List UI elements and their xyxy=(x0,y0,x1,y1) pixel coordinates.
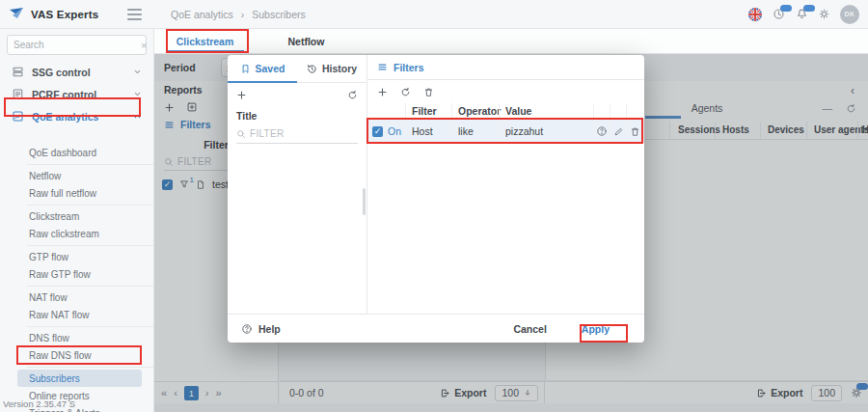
chevron-down-icon xyxy=(133,90,142,98)
filter-value-cell[interactable]: pizzahut xyxy=(499,120,593,143)
filter-field-cell[interactable]: Host xyxy=(405,120,451,143)
list-filters-icon xyxy=(377,62,388,72)
header-actions: DK xyxy=(748,5,868,24)
sidebar-nav: SSG control PCRF control QoE analytics xyxy=(0,61,153,127)
sidebar-item-qoe-dashboard[interactable]: QoE dashboard xyxy=(0,144,153,161)
brand: VAS Experts xyxy=(0,0,154,28)
menu-separator xyxy=(27,245,153,246)
sidebar-search[interactable]: × xyxy=(7,35,147,55)
scrollbar-thumb[interactable] xyxy=(363,188,366,215)
sidebar-item-label: PCRF control xyxy=(32,89,96,100)
help-label: Help xyxy=(258,323,281,335)
sidebar-search-input[interactable] xyxy=(14,40,141,50)
trash-icon[interactable] xyxy=(630,126,640,137)
history-icon xyxy=(307,64,317,74)
saved-toolbar xyxy=(228,83,366,106)
app-root: VAS Experts QoE analytics › Subscribers xyxy=(0,0,868,412)
tab-clickstream[interactable]: Clickstream xyxy=(154,29,256,53)
tab-history[interactable]: History xyxy=(297,55,366,82)
dialog-tabs: Saved History xyxy=(228,55,366,83)
title-column-header: Title xyxy=(228,106,366,124)
sidebar-toggle-icon[interactable] xyxy=(127,6,142,23)
sidebar-item-subscribers[interactable]: Subscribers xyxy=(17,370,142,387)
refresh-icon[interactable] xyxy=(347,90,358,100)
sidebar-item-raw-nat-flow[interactable]: Raw NAT flow xyxy=(0,306,153,323)
sidebar-item-gtp-flow[interactable]: GTP flow xyxy=(0,248,153,265)
sidebar-item-raw-dns-flow[interactable]: Raw DNS flow xyxy=(0,346,153,364)
sidebar-item-raw-gtp-flow[interactable]: Raw GTP flow xyxy=(0,265,153,283)
saved-filters-pane: Saved History Title xyxy=(228,55,367,314)
column-header-operator: Operator xyxy=(451,103,499,119)
sidebar-item-pcrf-control[interactable]: PCRF control xyxy=(0,83,153,105)
breadcrumb-separator-icon: › xyxy=(241,9,245,20)
refresh-icon[interactable] xyxy=(400,87,411,97)
trash-icon[interactable] xyxy=(423,87,434,97)
column-header-value: Value xyxy=(499,103,593,119)
page-tabbar: Clickstream Netflow xyxy=(154,29,868,54)
filter-row[interactable]: ✓ On Host like pizzahut xyxy=(367,120,644,143)
history-notifications[interactable] xyxy=(773,8,785,20)
tab-saved[interactable]: Saved xyxy=(228,55,297,82)
title-search[interactable] xyxy=(236,125,358,144)
sidebar-item-label: QoE analytics xyxy=(32,111,98,123)
breadcrumb-current: Subscribers xyxy=(252,9,305,20)
chevron-down-icon xyxy=(133,68,142,76)
alerts-notifications[interactable] xyxy=(796,8,808,20)
server-icon xyxy=(12,66,24,78)
sidebar-item-ssg-control[interactable]: SSG control xyxy=(0,61,153,83)
sidebar-item-netflow[interactable]: Netflow xyxy=(0,167,153,184)
sidebar: × SSG control PCRF control xyxy=(0,29,154,412)
clear-search-icon[interactable]: × xyxy=(141,40,147,51)
apply-button[interactable]: Apply xyxy=(582,323,610,335)
cancel-button[interactable]: Cancel xyxy=(513,323,546,335)
tab-history-label: History xyxy=(322,63,357,74)
dialog-footer: Help Cancel Apply xyxy=(228,314,644,343)
language-flag-icon[interactable] xyxy=(748,8,762,21)
sidebar-item-raw-full-netflow[interactable]: Raw full netflow xyxy=(0,184,153,202)
tab-saved-label: Saved xyxy=(256,63,285,74)
filter-operator-cell[interactable]: like xyxy=(451,120,499,143)
menu-separator xyxy=(27,205,153,206)
edit-pencil-icon[interactable] xyxy=(613,126,624,137)
settings-gear-icon[interactable] xyxy=(819,9,829,19)
filters-pane-header: Filters xyxy=(367,55,644,80)
menu-separator xyxy=(27,286,153,287)
sidebar-item-label: SSG control xyxy=(32,67,91,78)
filter-enabled-checkbox[interactable]: ✓ xyxy=(372,126,383,137)
vas-experts-logo-icon xyxy=(9,7,25,21)
filter-enabled-label: On xyxy=(388,125,401,137)
breadcrumb: QoE analytics › Subscribers xyxy=(154,9,306,20)
menu-separator xyxy=(27,326,153,327)
help-circle-icon[interactable] xyxy=(596,125,608,137)
filters-toolbar xyxy=(367,80,644,103)
sidebar-item-raw-clickstream[interactable]: Raw clickstream xyxy=(0,225,153,242)
top-header: VAS Experts QoE analytics › Subscribers xyxy=(0,0,868,29)
filters-editor-pane: Filters Filter Operator Value ✓ xyxy=(367,55,644,314)
menu-separator xyxy=(27,367,153,368)
brand-name: VAS Experts xyxy=(31,9,98,20)
bookmark-icon xyxy=(240,64,251,74)
sidebar-item-dns-flow[interactable]: DNS flow xyxy=(0,329,153,346)
column-header-filter: Filter xyxy=(405,103,451,119)
tab-netflow[interactable]: Netflow xyxy=(256,29,357,53)
version-label: Version 2.35.47 S xyxy=(3,398,75,409)
qoe-analytics-submenu: QoE dashboard Netflow Raw full netflow C… xyxy=(0,144,153,412)
help-button[interactable]: Help xyxy=(241,323,281,335)
sidebar-item-qoe-analytics[interactable]: QoE analytics xyxy=(0,105,153,127)
help-circle-icon xyxy=(241,323,253,335)
filters-pane-title: Filters xyxy=(393,62,424,73)
notification-badge xyxy=(803,5,815,12)
search-icon xyxy=(236,129,246,139)
filters-dialog: Saved History Title xyxy=(228,55,644,343)
notification-badge xyxy=(780,5,792,12)
add-filter-icon[interactable] xyxy=(377,87,388,97)
sidebar-item-clickstream[interactable]: Clickstream xyxy=(0,207,153,225)
sidebar-item-nat-flow[interactable]: NAT flow xyxy=(0,288,153,306)
list-doc-icon xyxy=(12,88,24,100)
breadcrumb-parent[interactable]: QoE analytics xyxy=(171,9,233,20)
title-search-input[interactable] xyxy=(250,128,358,139)
add-saved-filter-icon[interactable] xyxy=(236,90,247,100)
user-avatar[interactable]: DK xyxy=(840,5,859,24)
chevron-up-icon xyxy=(133,112,142,121)
menu-separator xyxy=(27,164,153,165)
